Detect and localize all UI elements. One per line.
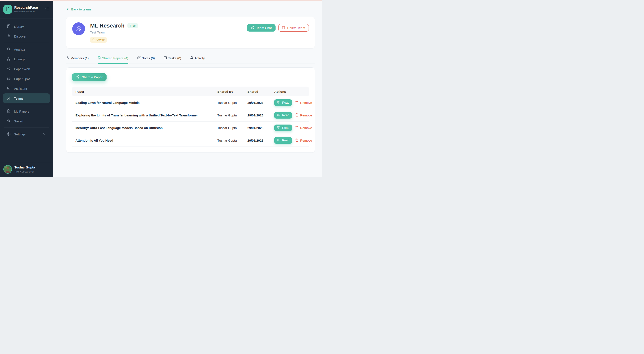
column-header-actions: Actions: [271, 87, 309, 96]
back-to-teams-link[interactable]: Back to teams: [66, 7, 92, 11]
sidebar-item-lineage[interactable]: Lineage: [3, 54, 50, 64]
shared-date: 29/01/2026: [244, 126, 271, 130]
avatar: [4, 165, 12, 174]
sidebar-header: ResearchFace Research Platform: [0, 0, 53, 19]
sidebar-item-assistant[interactable]: Assistant: [3, 84, 50, 93]
delete-team-button[interactable]: Delete Team: [278, 24, 309, 32]
sidebar-item-label: Library: [14, 25, 24, 28]
read-button[interactable]: Read: [274, 137, 292, 144]
sidebar-item-library[interactable]: Library: [3, 22, 50, 31]
back-link-label: Back to teams: [71, 8, 92, 11]
sidebar-item-my-papers[interactable]: My Papers: [3, 106, 50, 116]
sidebar-item-discover[interactable]: Discover: [3, 31, 50, 41]
read-button[interactable]: Read: [274, 99, 292, 106]
sidebar-item-label: Assistant: [14, 87, 27, 90]
sidebar-item-paper-qa[interactable]: Paper Q&A: [3, 74, 50, 84]
sidebar-item-saved[interactable]: Saved: [3, 116, 50, 126]
remove-link[interactable]: Remove: [295, 101, 312, 105]
share-paper-button[interactable]: Share a Paper: [72, 73, 106, 81]
column-header-paper: Paper: [72, 87, 214, 96]
table-row: Exploring the Limits of Transfer Learnin…: [72, 109, 309, 122]
shared-date: 29/01/2026: [244, 101, 271, 105]
share-network-icon: [7, 67, 11, 71]
read-label: Read: [282, 139, 289, 142]
sidebar-item-label: Paper Web: [14, 67, 30, 71]
paper-title: Exploring the Limits of Transfer Learnin…: [72, 113, 214, 117]
remove-label: Remove: [300, 139, 312, 142]
team-chat-button[interactable]: Team Chat: [247, 24, 276, 32]
gear-icon: [7, 132, 11, 137]
table-header-row: Paper Shared By Shared Actions: [72, 87, 309, 96]
read-button[interactable]: Read: [274, 125, 292, 131]
team-header-actions: Team Chat Delete Team: [247, 24, 309, 32]
user-icon: [66, 56, 70, 60]
tab-label: Notes (0): [142, 56, 155, 60]
trash-icon: [295, 113, 298, 117]
remove-link[interactable]: Remove: [295, 138, 312, 142]
brand-name: ResearchFace: [14, 6, 38, 10]
shared-date: 29/01/2026: [244, 113, 271, 117]
book-open-icon: [277, 101, 280, 105]
plan-badge: Free: [128, 23, 138, 28]
sidebar-item-settings[interactable]: Settings: [3, 129, 50, 139]
chat-bubble-icon: [251, 26, 254, 30]
top-accent-bar: [0, 0, 322, 1]
remove-label: Remove: [300, 101, 312, 105]
brand-tagline: Research Platform: [14, 10, 38, 13]
book-icon: [7, 24, 11, 29]
trash-icon: [295, 138, 298, 142]
remove-link[interactable]: Remove: [295, 126, 312, 130]
sidebar-item-label: Discover: [14, 35, 26, 38]
app-logo: [4, 5, 12, 14]
sidebar-item-label: Paper Q&A: [14, 77, 30, 81]
tab-shared-papers[interactable]: Shared Papers (4): [98, 56, 128, 64]
sidebar-item-teams[interactable]: Teams: [3, 93, 50, 103]
read-label: Read: [282, 113, 289, 117]
collapse-sidebar-icon: [45, 9, 49, 12]
sidebar-divider: [4, 128, 49, 128]
share-icon: [76, 75, 80, 79]
edit-icon: [137, 56, 141, 60]
chevron-down-icon: [42, 132, 46, 136]
tab-notes[interactable]: Notes (0): [137, 56, 155, 64]
trash-icon: [295, 126, 298, 130]
team-name: ML Research: [90, 23, 124, 29]
tab-members[interactable]: Members (1): [66, 56, 89, 64]
column-header-shared: Shared: [244, 87, 271, 96]
user-profile[interactable]: Tushar Gupta Pro Researcher: [0, 162, 53, 177]
paper-title: Mercury: Ultra-Fast Language Models Base…: [72, 126, 214, 130]
sidebar-item-label: Saved: [14, 119, 23, 123]
tab-tasks[interactable]: Tasks (0): [164, 56, 181, 64]
team-subtitle: Test Team: [90, 31, 138, 34]
search-icon: [7, 47, 11, 52]
sidebar-item-paper-web[interactable]: Paper Web: [3, 64, 50, 74]
document-icon: [5, 7, 10, 12]
table-row: Scaling Laws for Neural Language Models …: [72, 96, 309, 109]
share-paper-label: Share a Paper: [82, 75, 102, 79]
table-row: Attention Is All You Need Tushar Gupta 2…: [72, 134, 309, 147]
sidebar-nav: Library Discover Analyze Lineage Paper W…: [0, 19, 53, 139]
check-square-icon: [164, 56, 167, 60]
read-button[interactable]: Read: [274, 112, 292, 119]
role-badge: Owner: [90, 37, 107, 43]
read-label: Read: [282, 101, 289, 104]
trash-icon: [295, 101, 298, 105]
user-role: Pro Researcher: [14, 170, 35, 173]
book-open-icon: [277, 126, 280, 130]
remove-link[interactable]: Remove: [295, 113, 312, 117]
tab-activity[interactable]: Activity: [190, 56, 205, 64]
shared-by: Tushar Gupta: [214, 126, 244, 130]
users-icon: [7, 96, 11, 101]
sidebar-collapse-button[interactable]: [44, 7, 50, 12]
team-header-card: ML Research Free Test Team Owner Team Ch…: [66, 17, 315, 48]
sidebar-divider: [4, 43, 49, 43]
read-label: Read: [282, 126, 289, 129]
sidebar-item-analyze[interactable]: Analyze: [3, 44, 50, 54]
role-badge-label: Owner: [96, 38, 105, 41]
sidebar-item-label: Lineage: [14, 57, 25, 61]
team-tabs: Members (1) Shared Papers (4) Notes (0) …: [66, 56, 315, 64]
app-window: ResearchFace Research Platform Library D…: [0, 0, 322, 177]
paper-title: Scaling Laws for Neural Language Models: [72, 101, 214, 105]
tab-label: Members (1): [70, 56, 89, 60]
shared-by: Tushar Gupta: [214, 139, 244, 142]
